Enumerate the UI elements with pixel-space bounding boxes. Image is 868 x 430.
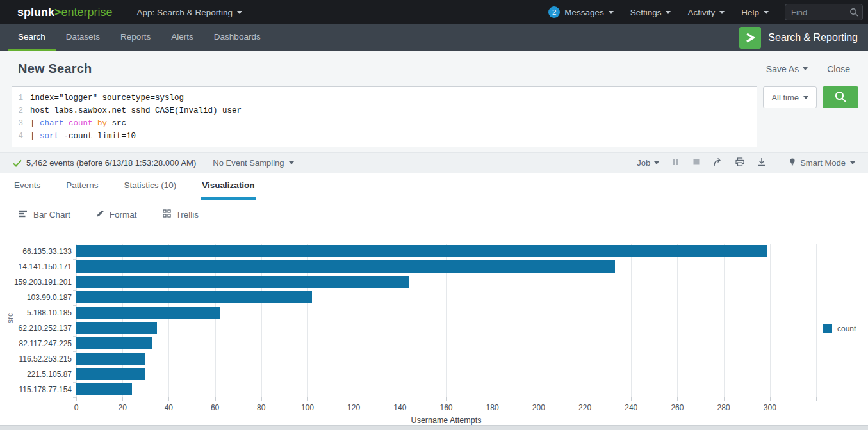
x-tick-mark xyxy=(122,397,123,401)
x-tick-label: 280 xyxy=(717,403,730,412)
current-app-link[interactable]: Search & Reporting xyxy=(739,24,868,51)
x-tick-mark xyxy=(724,397,725,401)
tab-visualization[interactable]: Visualization xyxy=(201,173,256,200)
query-token-plain: src xyxy=(107,119,126,128)
appnav-item-dashboards[interactable]: Dashboards xyxy=(204,24,271,51)
x-tick-mark xyxy=(307,397,308,401)
y-category-label: 115.178.77.154 xyxy=(0,382,72,397)
chart-bar-66-135-33-133[interactable] xyxy=(76,245,767,257)
trellis-label: Trellis xyxy=(176,210,199,219)
app-menu-label: App: Search & Reporting xyxy=(137,8,233,17)
stop-job-button[interactable] xyxy=(692,158,700,168)
y-category-label: 14.141.150.171 xyxy=(0,259,72,275)
splunk-logo[interactable]: splunk>enterprise xyxy=(17,6,113,19)
chevron-down-icon xyxy=(654,161,659,164)
top-bar: splunk>enterprise App: Search & Reportin… xyxy=(0,0,868,24)
x-tick-label: 20 xyxy=(119,403,127,412)
share-job-button[interactable] xyxy=(713,157,723,168)
messages-menu[interactable]: 2 Messages xyxy=(540,0,622,24)
x-tick-label: 100 xyxy=(301,403,314,412)
activity-menu[interactable]: Activity xyxy=(679,0,733,24)
format-button[interactable]: Format xyxy=(96,209,137,219)
run-search-button[interactable] xyxy=(823,86,858,108)
x-tick-label: 300 xyxy=(764,403,776,412)
query-line: 4| sort -count limit=10 xyxy=(12,130,757,143)
job-done-check-icon xyxy=(13,159,22,167)
chevron-down-icon xyxy=(666,11,671,14)
chart-type-picker[interactable]: Bar Chart xyxy=(19,210,70,219)
appnav-item-search[interactable]: Search xyxy=(8,24,56,51)
gridline xyxy=(770,244,771,397)
tab-patterns[interactable]: Patterns xyxy=(65,173,99,200)
job-menu[interactable]: Job xyxy=(637,158,659,168)
chart-bar-62-210-252-137[interactable] xyxy=(76,322,157,334)
visualization-toolbar: Bar Chart Format Trellis xyxy=(0,200,868,228)
export-button[interactable] xyxy=(757,157,766,168)
chevron-down-icon xyxy=(237,11,242,14)
query-token-plain: -count limit=10 xyxy=(59,132,136,141)
chart-bar-5-188-10-185[interactable] xyxy=(76,307,220,319)
appnav-item-reports[interactable]: Reports xyxy=(110,24,161,51)
logo-chevron: > xyxy=(54,6,61,19)
settings-label: Settings xyxy=(630,8,662,17)
help-label: Help xyxy=(741,8,759,17)
help-menu[interactable]: Help xyxy=(733,0,777,24)
gridline xyxy=(816,244,817,397)
close-button[interactable]: Close xyxy=(827,64,850,74)
gridline xyxy=(677,244,678,397)
page-title: New Search xyxy=(18,61,92,76)
legend-item-count[interactable]: count xyxy=(823,324,856,333)
logo-brand: splunk xyxy=(17,6,54,19)
job-label: Job xyxy=(637,158,650,168)
x-tick-label: 120 xyxy=(347,403,360,412)
x-tick-mark xyxy=(770,397,771,401)
y-category-label: 159.203.191.201 xyxy=(0,275,72,290)
stop-icon xyxy=(692,158,700,168)
print-button[interactable] xyxy=(735,157,744,168)
events-summary: 5,462 events (before 6/13/18 1:53:28.000… xyxy=(26,158,196,168)
bar-chart: src 66.135.33.13314.141.150.171159.203.1… xyxy=(0,228,868,425)
y-category-label: 116.52.253.215 xyxy=(0,351,72,367)
job-controls: Job Smart Mode xyxy=(637,157,855,168)
logo-product: enterprise xyxy=(61,6,113,19)
tab-statistics-10[interactable]: Statistics (10) xyxy=(123,173,178,200)
chart-bar-115-178-77-154[interactable] xyxy=(76,383,132,395)
search-icon xyxy=(849,8,858,19)
x-tick-label: 140 xyxy=(393,403,406,412)
query-token-plain: index="logger" sourcetype=syslog xyxy=(30,93,184,102)
query-token-plain: | xyxy=(30,119,40,128)
y-tick-mark xyxy=(73,275,76,275)
settings-menu[interactable]: Settings xyxy=(622,0,680,24)
query-token-modifier: by xyxy=(97,119,107,128)
footer-strip xyxy=(0,425,868,430)
chart-bar-116-52-253-215[interactable] xyxy=(76,353,145,365)
x-tick-mark xyxy=(168,397,169,401)
query-token-plain xyxy=(64,119,69,128)
chart-bar-159-203-191-201[interactable] xyxy=(76,276,409,288)
trellis-button[interactable]: Trellis xyxy=(163,209,199,219)
y-category-label: 103.99.0.187 xyxy=(0,290,72,305)
time-range-picker[interactable]: All time xyxy=(763,86,817,108)
save-as-button[interactable]: Save As xyxy=(766,64,808,74)
messages-count-badge: 2 xyxy=(548,6,560,18)
chart-bar-14-141-150-171[interactable] xyxy=(76,260,615,273)
search-mode-menu[interactable]: Smart Mode xyxy=(789,157,855,168)
x-tick-mark xyxy=(446,397,447,401)
legend-label: count xyxy=(837,324,856,333)
pause-job-button[interactable] xyxy=(672,158,680,168)
chart-bar-103-99-0-187[interactable] xyxy=(76,291,312,303)
search-query-editor[interactable]: 1index="logger" sourcetype=syslog2host=l… xyxy=(12,86,757,147)
gridline xyxy=(724,244,725,397)
tab-events[interactable]: Events xyxy=(13,173,42,200)
chart-bar-82-117-247-225[interactable] xyxy=(76,337,152,349)
chevron-down-icon xyxy=(803,67,808,70)
job-status-bar: 5,462 events (before 6/13/18 1:53:28.000… xyxy=(0,152,868,173)
y-tick-mark xyxy=(73,367,76,367)
app-context-menu[interactable]: App: Search & Reporting xyxy=(129,0,250,24)
chart-bar-221-5-105-87[interactable] xyxy=(76,368,145,380)
x-tick-label: 80 xyxy=(257,403,265,412)
event-sampling-menu[interactable]: No Event Sampling xyxy=(213,158,293,168)
appnav-item-datasets[interactable]: Datasets xyxy=(56,24,110,51)
y-tick-mark xyxy=(73,321,76,321)
appnav-item-alerts[interactable]: Alerts xyxy=(161,24,204,51)
